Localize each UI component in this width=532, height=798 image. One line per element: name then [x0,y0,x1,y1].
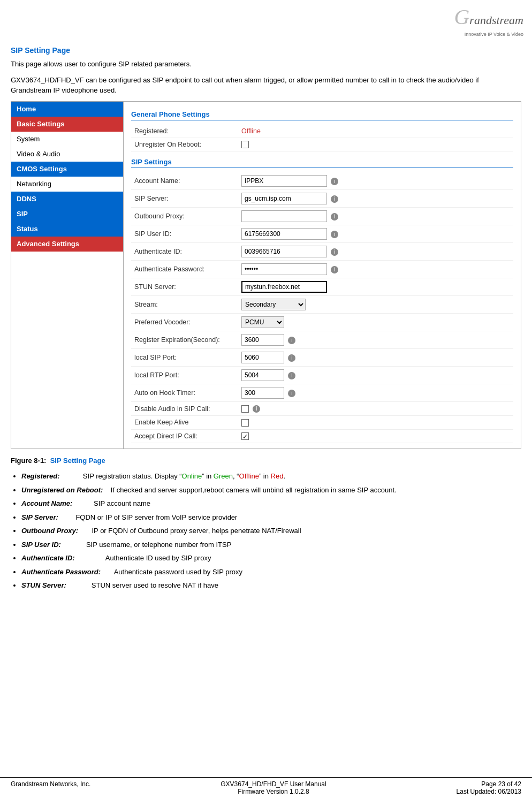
sip-server-input[interactable] [241,193,327,204]
account-name-row: Account Name: i [131,172,513,190]
footer-right: Page 23 of 42 Last Updated: 06/2013 [457,780,521,795]
footer-right-line1: Page 23 of 42 [457,780,521,788]
stream-select[interactable]: Secondary Primary Third [241,299,306,310]
sidebar-item-advanced-settings[interactable]: Advanced Settings [11,237,123,252]
sidebar-item-home[interactable]: Home [11,102,123,117]
sidebar-item-system[interactable]: System [11,132,123,147]
vocoder-label: Preferred Vocoder: [131,314,238,331]
account-name-info-icon[interactable]: i [331,178,338,185]
bullet-stun-server: STUN Server: STUN server used to resolve… [21,580,521,591]
unregister-checkbox[interactable] [241,141,249,148]
outbound-proxy-input[interactable] [241,210,327,222]
unregister-value [238,138,513,151]
logo-company-name: randstream [469,13,523,27]
sip-user-id-input[interactable] [241,228,327,240]
sip-server-label: SIP Server: [131,190,238,208]
authenticate-id-input[interactable] [241,246,327,257]
sidebar-item-basic-settings[interactable]: Basic Settings [11,117,123,132]
bullet-outbound-proxy: Outbound Proxy: IP or FQDN of Outbound p… [21,526,521,536]
local-rtp-label: local RTP Port: [131,367,238,384]
reg-exp-input[interactable] [241,334,284,346]
figure-caption-blue: SIP Setting Page [50,457,105,465]
local-rtp-info-icon[interactable]: i [288,372,295,379]
authenticate-id-row: Authenticate ID: i [131,243,513,261]
bullet-authenticate-pw-term: Authenticate Password: [21,568,101,576]
reg-exp-row: Register Expiration(Second): i [131,331,513,349]
bullet-section: Registered: SIP registration status. Dis… [0,467,532,598]
authenticate-id-value-cell: i [238,243,513,261]
content-panel: General Phone Settings Registered: Offli… [124,102,521,449]
authenticate-pw-row: Authenticate Password: i [131,261,513,278]
accept-direct-value-cell [238,429,513,443]
bullet-registered-term: Registered: [21,472,60,480]
logo-area: Grandstream Innovative IP Voice & Video [0,0,532,40]
sip-server-value-cell: i [238,190,513,208]
enable-alive-checkbox[interactable] [241,419,249,427]
sidebar: Home Basic Settings System Video & Audio… [11,102,124,449]
local-sip-info-icon[interactable]: i [288,354,295,362]
registered-value: Offline [238,125,513,138]
authenticate-pw-value-cell: i [238,261,513,278]
outbound-proxy-label: Outbound Proxy: [131,208,238,225]
accept-direct-checkbox[interactable] [241,432,249,440]
account-name-input[interactable] [241,175,327,187]
enable-alive-label: Enable Keep Alive [131,415,238,429]
authenticate-id-label: Authenticate ID: [131,243,238,261]
sidebar-item-networking[interactable]: Networking [11,177,123,192]
bullet-unregister: Unregistered on Reboot: If checked and s… [21,485,521,496]
sip-form-table: Account Name: i SIP Server: i Outbound P… [131,172,513,443]
sidebar-item-sip[interactable]: SIP [11,207,123,222]
stun-server-input[interactable] [241,281,327,293]
disable-audio-checkbox[interactable] [241,405,249,413]
outbound-proxy-value-cell: i [238,208,513,225]
sip-user-id-info-icon[interactable]: i [331,231,338,238]
page-desc-2: GXV3674_HD/FHD_VF can be configured as S… [11,75,521,96]
reg-exp-info-icon[interactable]: i [288,337,295,344]
local-rtp-input[interactable] [241,369,284,381]
logo-tagline: Innovative IP Voice & Video [465,32,523,37]
footer-right-line2: Last Updated: 06/2013 [457,788,521,795]
bullet-registered: Registered: SIP registration status. Dis… [21,471,521,482]
bullet-sip-server-term: SIP Server: [21,513,58,521]
registered-row: Registered: Offline [131,125,513,138]
stun-server-row: STUN Server: [131,278,513,296]
disable-audio-label: Disable Audio in SIP Call: [131,402,238,416]
stream-label: Stream: [131,296,238,314]
authenticate-pw-input[interactable] [241,263,327,275]
unregister-label: Unregister On Reboot: [131,138,238,151]
stream-value-cell: Secondary Primary Third [238,296,513,314]
outbound-proxy-info-icon[interactable]: i [331,213,338,221]
general-section-header: General Phone Settings [131,110,513,120]
footer: Grandstream Networks, Inc. GXV3674_HD/FH… [0,777,532,798]
local-sip-row: local SIP Port: i [131,349,513,367]
local-sip-input[interactable] [241,352,284,363]
stun-server-label: STUN Server: [131,278,238,296]
account-name-value-cell: i [238,172,513,190]
sidebar-item-cmos[interactable]: CMOS Settings [11,162,123,177]
enable-alive-row: Enable Keep Alive [131,415,513,429]
accept-direct-row: Accept Direct IP Call: [131,429,513,443]
sidebar-item-ddns[interactable]: DDNS [11,192,123,207]
disable-audio-info-icon[interactable]: i [253,405,260,413]
bullet-unregister-term: Unregistered on Reboot: [21,486,103,494]
vocoder-select[interactable]: PCMU PCMA G.722 G.729 [241,316,284,328]
sidebar-item-status[interactable]: Status [11,222,123,237]
footer-center: GXV3674_HD/FHD_VF User Manual Firmware V… [90,780,456,795]
bullet-account-name-term: Account Name: [21,499,72,507]
bullet-list: Registered: SIP registration status. Dis… [16,471,521,591]
footer-left: Grandstream Networks, Inc. [11,780,90,795]
footer-center-line1: GXV3674_HD/FHD_VF User Manual [90,780,456,788]
bullet-authenticate-id: Authenticate ID: Authenticate ID used by… [21,553,521,564]
bullet-account-name: Account Name: SIP account name [21,498,521,509]
offline-text: Offline [239,472,259,480]
auto-hook-info-icon[interactable]: i [288,390,295,397]
registered-label: Registered: [131,125,238,138]
auto-hook-input[interactable] [241,387,284,399]
sidebar-item-video-audio[interactable]: Video & Audio [11,147,123,162]
authenticate-pw-info-icon[interactable]: i [331,266,338,273]
vocoder-value-cell: PCMU PCMA G.722 G.729 [238,314,513,331]
sip-server-info-icon[interactable]: i [331,195,338,203]
stun-server-value-cell [238,278,513,296]
authenticate-id-info-icon[interactable]: i [331,248,338,256]
logo-g-icon: G [454,5,469,29]
